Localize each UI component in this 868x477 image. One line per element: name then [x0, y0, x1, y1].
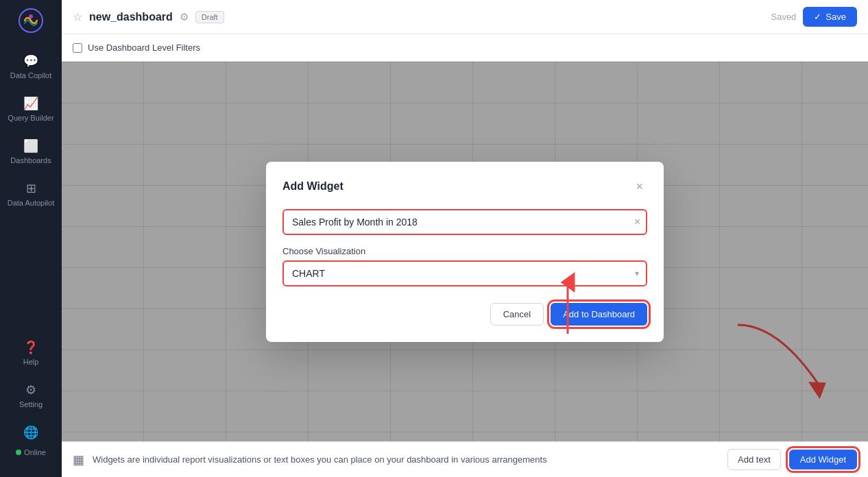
dashboard-area: Add Widget × × Choose Visualization CHA [62, 62, 868, 441]
visualization-select[interactable]: CHART TABLE NUMBER [282, 260, 647, 286]
add-widget-modal: Add Widget × × Choose Visualization CHA [266, 162, 664, 342]
visualization-select-wrapper: CHART TABLE NUMBER ▾ [282, 260, 647, 286]
sidebar-item-query-builder[interactable]: 📈 Query Builder [0, 89, 62, 129]
gear-icon[interactable]: ⚙ [180, 11, 189, 23]
modal-overlay: Add Widget × × Choose Visualization CHA [62, 62, 868, 441]
online-status: Online [10, 443, 51, 462]
bottom-bar-description: Widgets are individual report visualizat… [93, 454, 719, 465]
query-builder-icon: 📈 [23, 96, 38, 111]
svg-point-1 [29, 14, 33, 19]
main-content: ☆ new_dashboard ⚙ Draft Saved ✓ Save Use… [62, 0, 868, 477]
globe-icon: 🌐 [23, 425, 38, 440]
data-autopilot-icon: ⊞ [26, 181, 36, 196]
star-icon[interactable]: ☆ [73, 10, 82, 23]
widget-name-group: × [282, 209, 647, 235]
topbar-right: Saved ✓ Save [771, 7, 857, 27]
draft-badge: Draft [195, 11, 224, 23]
sidebar-item-help[interactable]: ❓ Help [0, 333, 62, 373]
saved-status: Saved [771, 12, 796, 22]
sidebar-item-setting[interactable]: ⚙ Setting [0, 376, 62, 415]
sidebar-item-label: Help [23, 358, 39, 366]
visualization-group: Choose Visualization CHART TABLE NUMBER … [282, 246, 647, 286]
sidebar-item-label: Setting [19, 400, 43, 408]
visualization-label: Choose Visualization [282, 246, 647, 256]
sidebar-item-label: Query Builder [8, 114, 53, 122]
bottom-bar: ▦ Widgets are individual report visualiz… [62, 441, 868, 477]
online-dot [16, 450, 21, 455]
dashboards-icon: ⬜ [23, 138, 38, 154]
modal-title: Add Widget [282, 180, 343, 193]
sidebar-item-globe[interactable]: 🌐 Online [0, 418, 62, 469]
widget-icon: ▦ [73, 452, 84, 467]
filter-bar: Use Dashboard Level Filters [62, 34, 868, 62]
modal-footer: Cancel Add to Dashboard [282, 303, 647, 326]
data-copilot-icon: 💬 [23, 53, 38, 69]
sidebar: 💬 Data Copilot 📈 Query Builder ⬜ Dashboa… [0, 0, 62, 477]
sidebar-item-dashboards[interactable]: ⬜ Dashboards [0, 132, 62, 171]
setting-icon: ⚙ [25, 382, 36, 398]
help-icon: ❓ [23, 340, 38, 355]
save-button[interactable]: ✓ Save [803, 7, 857, 27]
online-label: Online [24, 448, 46, 456]
add-to-dashboard-button[interactable]: Add to Dashboard [551, 303, 647, 326]
page-title: new_dashboard [89, 11, 173, 23]
app-logo[interactable] [17, 7, 45, 34]
sidebar-item-label: Data Autopilot [8, 199, 55, 207]
sidebar-item-data-autopilot[interactable]: ⊞ Data Autopilot [0, 174, 62, 214]
sidebar-item-label: Data Copilot [10, 71, 52, 80]
widget-name-input-wrapper: × [282, 209, 647, 235]
sidebar-item-data-copilot[interactable]: 💬 Data Copilot [0, 47, 62, 86]
modal-header: Add Widget × [282, 178, 647, 195]
cancel-button[interactable]: Cancel [490, 303, 544, 326]
topbar: ☆ new_dashboard ⚙ Draft Saved ✓ Save [62, 0, 868, 34]
dashboard-filter-checkbox[interactable] [73, 43, 82, 53]
add-widget-button[interactable]: Add Widget [789, 450, 857, 469]
checkmark-icon: ✓ [814, 12, 821, 22]
modal-close-button[interactable]: × [631, 178, 647, 195]
sidebar-item-label: Dashboards [10, 156, 51, 164]
widget-name-input[interactable] [282, 209, 647, 235]
sidebar-bottom: ❓ Help ⚙ Setting 🌐 Online [0, 332, 62, 470]
dashboard-filter-label: Use Dashboard Level Filters [88, 42, 200, 53]
clear-input-button[interactable]: × [634, 216, 640, 228]
add-text-button[interactable]: Add text [727, 449, 781, 470]
